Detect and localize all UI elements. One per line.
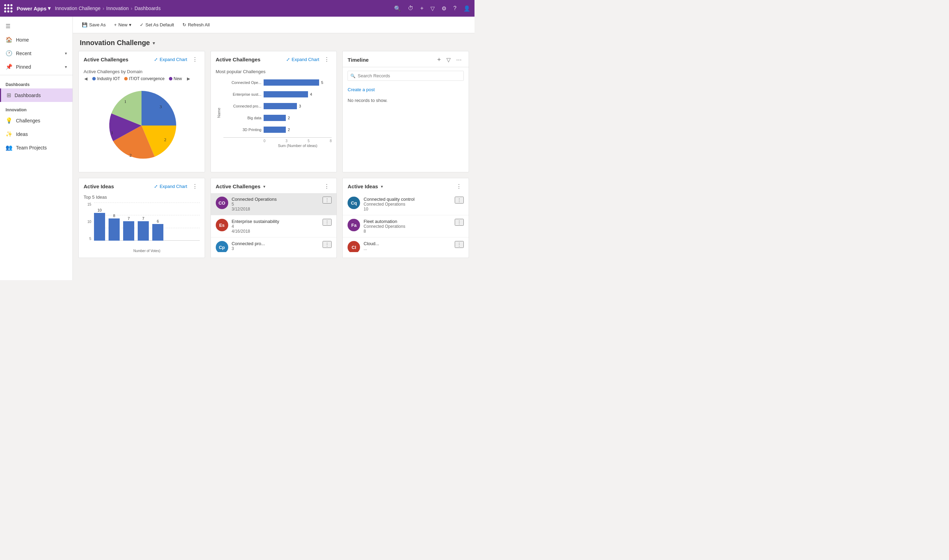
ideas-chart-more-button[interactable]: ⋮ (190, 182, 200, 190)
help-icon[interactable]: ? (453, 5, 456, 11)
ideas-item-title-2: Cloud... (364, 241, 451, 246)
challenges-item-more-2[interactable]: ⋮ (323, 241, 331, 248)
svg-text:3: 3 (160, 104, 162, 109)
pie-legend: ◀ Industry IOT IT/OT convergence New (83, 76, 200, 81)
challenges-list-item-1[interactable]: Es Enterprise sustainability 4 4/16/2018… (211, 215, 337, 237)
ideas-list-item-1[interactable]: Fa Fleet automation Connected Operations… (343, 215, 468, 237)
expand-chart-icon: ⤢ (154, 57, 158, 62)
timeline-filter-button[interactable]: ▽ (444, 56, 453, 64)
ideas-y-axis-label: Number of Votes) (83, 249, 200, 253)
sidebar-item-dashboards[interactable]: ⊞ Dashboards (0, 88, 72, 102)
challenges-list-dropdown-icon[interactable]: ▾ (263, 184, 265, 189)
challenges-list-item-0[interactable]: CO Connected Operations 5 3/12/2018 ⋮ (211, 193, 337, 215)
sidebar-recent-label: Recent (16, 51, 31, 56)
new-button[interactable]: + New ▾ (111, 20, 135, 29)
bar-row-2: Connected pro... 3 (223, 101, 332, 111)
app-launcher-icon[interactable] (4, 4, 12, 12)
sidebar-item-recent[interactable]: 🕐 Recent ▾ (0, 46, 72, 60)
breadcrumb: Innovation Challenge › Innovation › Dash… (55, 6, 160, 11)
team-projects-icon: 👥 (6, 144, 12, 151)
timeline-create-post[interactable]: Create a post (343, 84, 468, 95)
y-axis: 15 10 5 (83, 203, 92, 241)
ideas-expand-button[interactable]: ⤢ Expand Chart (154, 184, 187, 189)
y-label-15: 15 (83, 203, 91, 206)
ideas-item-more-2[interactable]: ⋮ (455, 241, 464, 248)
breadcrumb-item-3[interactable]: Dashboards (135, 6, 161, 11)
sidebar-divider-1 (0, 75, 72, 75)
filter-icon[interactable]: ▽ (430, 5, 434, 12)
sidebar-ideas-label: Ideas (16, 131, 28, 137)
ideas-item-more-1[interactable]: ⋮ (455, 219, 464, 226)
challenges-item-more-1[interactable]: ⋮ (323, 219, 331, 226)
sidebar-collapse-button[interactable]: ☰ (0, 19, 72, 33)
x-label-3: 8 (330, 139, 332, 143)
legend-prev-icon[interactable]: ◀ (83, 76, 88, 81)
bar-label-2: Connected pro... (223, 104, 262, 108)
ideas-list-dropdown-icon[interactable]: ▾ (381, 184, 383, 189)
timeline-search-input[interactable] (348, 71, 464, 81)
sidebar-section-dashboards: Dashboards (0, 77, 72, 88)
ideas-list-more-button[interactable]: ⋮ (454, 182, 464, 190)
refresh-all-label: Refresh All (188, 22, 210, 28)
sidebar-item-team-projects[interactable]: 👥 Team Projects (0, 141, 72, 154)
challenges-item-info-0: Connected Operations 5 3/12/2018 (232, 197, 319, 212)
sidebar-item-home[interactable]: 🏠 Home (0, 33, 72, 46)
pie-chart-subtitle: Active Challenges by Domain (83, 69, 200, 74)
recent-icon[interactable]: ⏱ (408, 5, 413, 11)
top-navigation: Power Apps ▾ Innovation Challenge › Inno… (0, 0, 474, 17)
bar-more-button[interactable]: ⋮ (322, 55, 331, 63)
settings-icon[interactable]: ⚙ (442, 5, 447, 12)
breadcrumb-item-1[interactable]: Innovation Challenge (55, 6, 100, 11)
dashboards-icon: ⊞ (6, 92, 11, 98)
bar-expand-button[interactable]: ⤢ Expand Chart (286, 57, 319, 62)
legend-label-new: New (174, 76, 182, 81)
user-icon[interactable]: 👤 (464, 5, 470, 12)
timeline-add-button[interactable]: + (435, 55, 443, 64)
challenges-list-more-button[interactable]: ⋮ (322, 182, 331, 190)
dashboard-grid-top: Active Challenges ⤢ Expand Chart ⋮ Activ… (73, 51, 474, 178)
app-chevron-icon: ▾ (48, 5, 51, 11)
active-challenges-pie-card: Active Challenges ⤢ Expand Chart ⋮ Activ… (79, 51, 205, 172)
legend-next-icon[interactable]: ▶ (186, 76, 191, 81)
timeline-title: Timeline (348, 57, 432, 63)
checkmark-icon: ✓ (140, 22, 143, 28)
breadcrumb-item-2[interactable]: Innovation (106, 6, 129, 11)
search-icon[interactable]: 🔍 (394, 5, 401, 12)
app-name[interactable]: Power Apps ▾ (17, 5, 51, 11)
ideas-chart-title: Active Ideas (83, 183, 151, 189)
ideas-item-sub2-1: 8 (364, 229, 451, 234)
hamburger-icon: ☰ (6, 23, 11, 29)
add-icon[interactable]: + (421, 5, 424, 11)
dashboard-grid-bottom: Active Ideas ⤢ Expand Chart ⋮ Top 5 Idea… (73, 178, 474, 263)
vbar-1: 8 (109, 214, 120, 241)
sidebar-item-pinned[interactable]: 📌 Pinned ▾ (0, 60, 72, 74)
avatar-initials-0: CO (219, 200, 225, 206)
bar-row-4: 3D Printing 2 (223, 125, 332, 135)
ideas-item-info-0: Connected quality control Connected Oper… (364, 197, 451, 212)
ideas-list-title: Active Ideas (348, 183, 378, 189)
svg-text:2: 2 (129, 152, 132, 158)
bar-card-header: Active Challenges ⤢ Expand Chart ⋮ (211, 51, 337, 66)
ideas-item-title-0: Connected quality control (364, 197, 451, 202)
set-as-default-button[interactable]: ✓ Set As Default (136, 20, 177, 29)
bar-chart-subtitle: Most popular Challenges (216, 69, 332, 74)
sidebar-item-challenges[interactable]: 💡 Challenges (0, 114, 72, 127)
save-as-button[interactable]: 💾 Save As (79, 20, 109, 29)
y-axis-label: Name (216, 78, 222, 148)
pie-more-button[interactable]: ⋮ (190, 55, 200, 63)
bar-value-0: 5 (321, 80, 323, 85)
timeline-more-button[interactable]: ⋯ (454, 56, 464, 64)
ideas-list-item-2[interactable]: Cl Cloud... ... ... ⋮ (343, 237, 468, 252)
bar-value-3: 2 (288, 116, 290, 120)
challenges-item-more-0[interactable]: ⋮ (323, 197, 331, 203)
ideas-list-item-0[interactable]: Cq Connected quality control Connected O… (343, 193, 468, 215)
legend-dot-itot (124, 77, 128, 80)
new-plus-icon: + (114, 22, 117, 28)
sidebar-item-ideas[interactable]: ✨ Ideas (0, 127, 72, 141)
vbar-container: 15 10 5 10 (83, 203, 200, 248)
ideas-item-more-0[interactable]: ⋮ (455, 197, 464, 203)
challenges-list-item-2[interactable]: Cp Connected pro... 3 ... ⋮ (211, 237, 337, 252)
pie-expand-button[interactable]: ⤢ Expand Chart (154, 57, 187, 62)
refresh-all-button[interactable]: ↻ Refresh All (179, 20, 213, 29)
page-title-chevron-icon[interactable]: ▾ (153, 40, 155, 46)
